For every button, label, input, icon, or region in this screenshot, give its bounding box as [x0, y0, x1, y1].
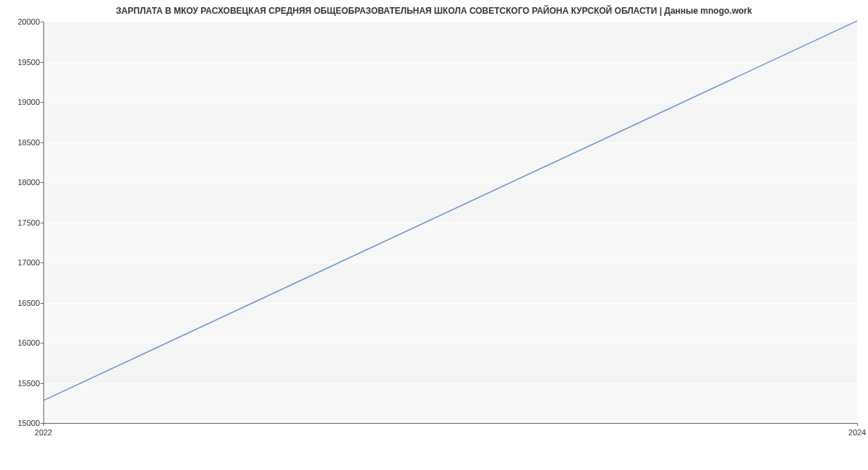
y-tick-label: 18000 — [4, 178, 40, 187]
line-series-layer — [43, 22, 857, 423]
y-tick-label: 16000 — [4, 338, 40, 347]
x-tick-label: 2022 — [35, 428, 52, 437]
y-tick-label: 18500 — [4, 138, 40, 147]
y-tick-mark — [41, 303, 43, 304]
y-tick-label: 16500 — [4, 299, 40, 307]
y-tick-mark — [41, 102, 43, 103]
y-tick-mark — [41, 343, 43, 343]
chart-title: ЗАРПЛАТА В МКОУ РАСХОВЕЦКАЯ СРЕДНЯЯ ОБЩЕ… — [0, 6, 868, 16]
y-tick-mark — [41, 262, 43, 263]
y-tick-label: 20000 — [4, 17, 40, 26]
x-tick-mark — [43, 423, 44, 426]
x-tick-label: 2024 — [848, 428, 866, 437]
y-tick-label: 17500 — [4, 218, 40, 227]
chart-container: ЗАРПЛАТА В МКОУ РАСХОВЕЦКАЯ СРЕДНЯЯ ОБЩЕ… — [0, 0, 868, 470]
y-tick-label: 15000 — [4, 419, 40, 427]
y-axis-line — [43, 22, 44, 423]
y-tick-label: 15500 — [4, 379, 40, 388]
y-tick-mark — [41, 223, 43, 223]
y-tick-label: 19500 — [4, 58, 40, 67]
y-tick-mark — [41, 383, 43, 384]
y-tick-mark — [41, 62, 43, 63]
data-line — [43, 21, 857, 401]
x-axis-line — [43, 423, 857, 424]
x-tick-mark — [857, 423, 858, 426]
y-tick-mark — [41, 142, 43, 143]
y-tick-label: 19000 — [4, 98, 40, 106]
y-tick-label: 17000 — [4, 258, 40, 267]
y-tick-mark — [41, 22, 43, 22]
plot-area — [43, 22, 857, 423]
y-tick-mark — [41, 182, 43, 183]
